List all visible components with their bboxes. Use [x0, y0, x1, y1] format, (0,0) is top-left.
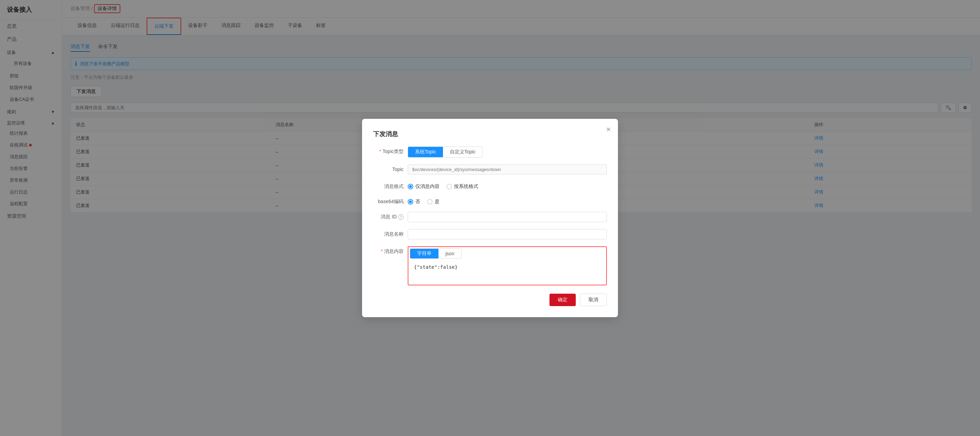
- msg-content-value: 字符串 json {"state":false}: [408, 246, 607, 285]
- topic-row: Topic: [373, 165, 607, 174]
- modal-close-button[interactable]: ✕: [606, 126, 611, 133]
- msg-id-row: 消息 ID ?: [373, 212, 607, 222]
- topic-input[interactable]: [408, 165, 607, 174]
- base64-no[interactable]: 否: [408, 199, 420, 205]
- msg-format-label: 消息格式: [373, 181, 408, 190]
- base64-no-label: 否: [415, 199, 420, 205]
- send-message-modal: 下发消息 ✕ Topic类型 系统Topic 自定义Topic Topic 消息…: [362, 119, 618, 317]
- msg-format-row: 消息格式 仅消息内容 按系统格式: [373, 181, 607, 190]
- msg-name-label: 消息名称: [373, 229, 408, 237]
- cancel-button[interactable]: 取消: [580, 294, 607, 306]
- radio-content-only-icon: [408, 184, 413, 189]
- msg-content-row: 消息内容 字符串 json {"state":false}: [373, 246, 607, 285]
- base64-yes[interactable]: 是: [427, 199, 439, 205]
- topic-type-group: 系统Topic 自定义Topic: [408, 146, 483, 157]
- modal-title: 下发消息: [373, 130, 607, 138]
- base64-value: 否 是: [408, 197, 607, 205]
- base64-yes-label: 是: [435, 199, 439, 205]
- topic-type-label: Topic类型: [373, 146, 408, 155]
- msg-content-box: 字符串 json {"state":false}: [408, 246, 607, 285]
- msg-content-tabs: 字符串 json: [410, 248, 461, 259]
- modal-footer: 确定 取消: [373, 294, 607, 306]
- base64-group: 否 是: [408, 197, 607, 205]
- msg-format-content-only[interactable]: 仅消息内容: [408, 184, 439, 190]
- msg-content-label: 消息内容: [373, 246, 408, 255]
- topic-type-system-btn[interactable]: 系统Topic: [408, 147, 443, 157]
- msg-content-tab-json[interactable]: json: [439, 249, 461, 258]
- radio-no-icon: [408, 199, 413, 205]
- msg-name-row: 消息名称: [373, 229, 607, 239]
- topic-value: [408, 165, 607, 174]
- msg-id-input[interactable]: [408, 212, 607, 222]
- msg-format-system-label: 按系统格式: [454, 184, 478, 190]
- modal-overlay[interactable]: 下发消息 ✕ Topic类型 系统Topic 自定义Topic Topic 消息…: [0, 0, 980, 436]
- base64-row: base64编码 否 是: [373, 197, 607, 205]
- radio-yes-icon: [427, 199, 433, 205]
- msg-content-textarea[interactable]: {"state":false}: [410, 262, 605, 282]
- msg-format-system[interactable]: 按系统格式: [446, 184, 478, 190]
- radio-system-icon: [446, 184, 452, 189]
- msg-format-value: 仅消息内容 按系统格式: [408, 181, 607, 190]
- msg-id-value: [408, 212, 607, 222]
- confirm-button[interactable]: 确定: [549, 294, 576, 306]
- topic-type-custom-btn[interactable]: 自定义Topic: [443, 147, 483, 157]
- msg-format-content-only-label: 仅消息内容: [415, 184, 439, 190]
- topic-type-value: 系统Topic 自定义Topic: [408, 146, 607, 157]
- topic-type-row: Topic类型 系统Topic 自定义Topic: [373, 146, 607, 157]
- msg-id-label: 消息 ID ?: [373, 212, 408, 220]
- msg-id-help-icon[interactable]: ?: [398, 214, 404, 220]
- msg-name-value: [408, 229, 607, 239]
- msg-content-tab-string[interactable]: 字符串: [410, 249, 439, 258]
- topic-label: Topic: [373, 165, 408, 172]
- msg-format-group: 仅消息内容 按系统格式: [408, 181, 607, 190]
- msg-name-input[interactable]: [408, 229, 607, 239]
- base64-label: base64编码: [373, 197, 408, 205]
